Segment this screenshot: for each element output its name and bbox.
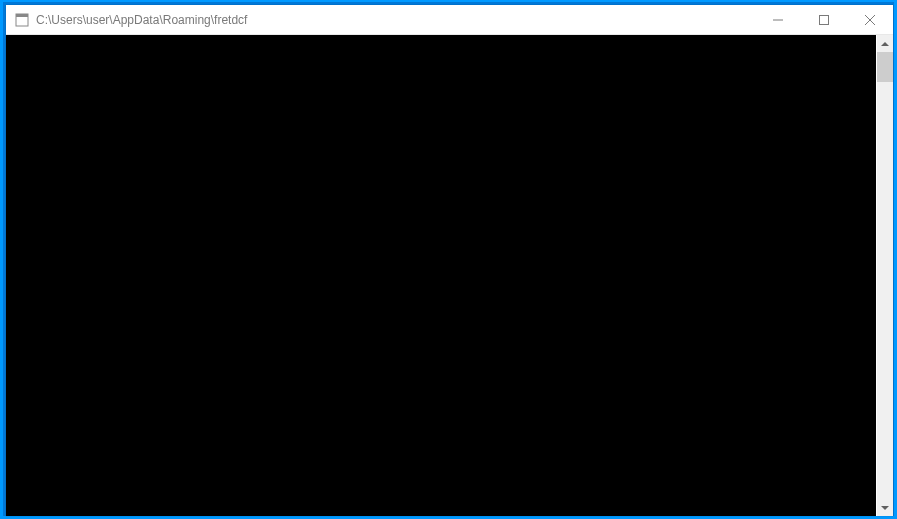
- app-icon: [14, 12, 30, 28]
- chevron-down-icon: [881, 506, 889, 510]
- minimize-button[interactable]: [755, 5, 801, 34]
- minimize-icon: [773, 15, 783, 25]
- close-button[interactable]: [847, 5, 893, 34]
- maximize-button[interactable]: [801, 5, 847, 34]
- window-controls: [755, 5, 893, 34]
- console-output: [6, 35, 876, 516]
- scroll-down-arrow[interactable]: [877, 499, 893, 516]
- svg-rect-1: [16, 14, 28, 17]
- console-viewport[interactable]: [6, 35, 876, 516]
- svg-marker-7: [881, 506, 889, 510]
- svg-rect-3: [820, 15, 829, 24]
- scroll-thumb[interactable]: [877, 52, 893, 82]
- chevron-up-icon: [881, 42, 889, 46]
- svg-marker-6: [881, 42, 889, 46]
- window-title: C:\Users\user\AppData\Roaming\fretdcf: [36, 13, 755, 27]
- scroll-track[interactable]: [877, 52, 893, 499]
- close-icon: [865, 15, 875, 25]
- maximize-icon: [819, 15, 829, 25]
- titlebar[interactable]: C:\Users\user\AppData\Roaming\fretdcf: [6, 5, 893, 35]
- console-window: C:\Users\user\AppData\Roaming\fretdcf: [6, 5, 893, 516]
- scroll-up-arrow[interactable]: [877, 35, 893, 52]
- content-area: [6, 35, 893, 516]
- vertical-scrollbar[interactable]: [876, 35, 893, 516]
